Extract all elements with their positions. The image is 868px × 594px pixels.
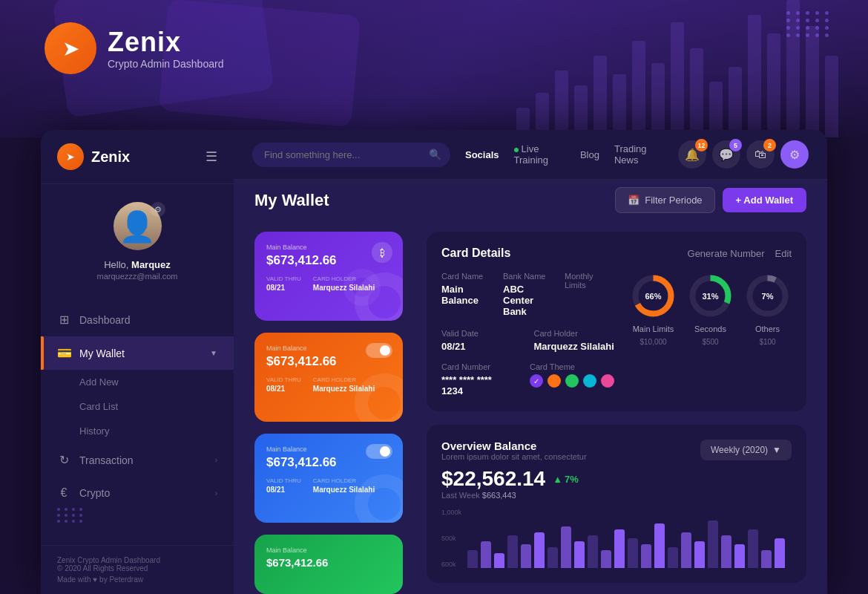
wallet-card-4[interactable]: Main Balance $673,412.66 [254, 535, 403, 594]
nav-link-socials[interactable]: Socials [465, 149, 499, 160]
swatch-cyan[interactable] [583, 374, 596, 388]
chevron-down-icon: ▼ [772, 445, 781, 455]
nav-link-live-training[interactable]: Live Training [514, 143, 565, 166]
nav-link-trading-news[interactable]: Trading News [614, 143, 663, 166]
avatar-wrap: ⚙ [114, 202, 162, 250]
cart-button[interactable]: 🛍 2 [746, 140, 775, 169]
sidebar-item-crypto[interactable]: € Crypto › [41, 477, 234, 508]
card-toggle[interactable] [366, 343, 392, 358]
wallet-card-3[interactable]: Main Balance $673,412.66 VALID THRU 08/2… [254, 434, 403, 523]
swatch-check[interactable]: ✓ [530, 374, 543, 388]
card-toggle[interactable] [366, 444, 392, 459]
bar-2 [494, 553, 504, 568]
hamburger-icon[interactable]: ☰ [206, 148, 217, 165]
calendar-icon: 📅 [628, 195, 640, 206]
right-panel: Card Details Generate Number Edit Card N… [427, 232, 806, 594]
crypto-icon: € [57, 486, 70, 500]
card-number-label: Card Number [441, 362, 515, 371]
donut-main-limits-sublabel: $10,000 [640, 338, 666, 346]
sidebar-sub-card-list[interactable]: Card List [41, 394, 234, 419]
sidebar-dots [57, 508, 84, 523]
settings-icon[interactable]: ⚙ [151, 202, 165, 217]
add-wallet-button[interactable]: + Add Wallet [723, 188, 806, 212]
card-holder-label: Card Holder [534, 329, 615, 338]
notification-badge: 12 [695, 139, 708, 151]
wallet-card-2[interactable]: Main Balance $673,412.66 VALID THRU 08/2… [254, 333, 403, 422]
svg-text:7%: 7% [762, 292, 774, 301]
sidebar-item-transaction[interactable]: ↻ Transaction › [41, 443, 234, 477]
dots-decoration [786, 11, 831, 37]
overview-header: Overview Balance Lorem ipsum dolor sit a… [441, 440, 792, 461]
settings-button[interactable]: ⚙ [780, 140, 809, 169]
chevron-down-icon: ▼ [210, 349, 217, 357]
bar-14 [654, 523, 665, 568]
generate-number-link[interactable]: Generate Number [688, 248, 765, 259]
nav-links: Socials Live Training Blog Trading News [465, 143, 663, 166]
svg-text:66%: 66% [645, 292, 661, 301]
edit-link[interactable]: Edit [775, 248, 792, 259]
valid-thru-value: 08/21 [266, 486, 301, 494]
cart-badge: 2 [763, 139, 776, 151]
bar-0 [467, 550, 478, 568]
bar-7 [561, 526, 571, 568]
section-header: Card Details Generate Number Edit [441, 247, 792, 260]
overview-balance-section: Overview Balance Lorem ipsum dolor sit a… [427, 425, 806, 583]
valid-thru-label: VALID THRU [266, 376, 301, 383]
overview-last-week: Last Week $663,443 [441, 491, 792, 500]
page-title: My Wallet [254, 191, 329, 210]
bank-name-label: Bank Name [503, 272, 553, 281]
swatch-pink[interactable] [601, 374, 614, 388]
weekly-dropdown[interactable]: Weekly (2020) ▼ [700, 440, 792, 460]
top-nav: 🔍 Socials Live Training Blog Trading New… [234, 130, 827, 180]
swatch-green[interactable] [565, 374, 579, 388]
sidebar-sub-history[interactable]: History [41, 419, 234, 443]
wallet-card-1[interactable]: Main Balance $673,412.66 ₿ VALID THRU 08… [254, 232, 403, 321]
chart-y-labels: 1,000k 500k 600k [441, 509, 461, 568]
nav-icons: 🔔 12 💬 5 🛍 2 ⚙ [678, 140, 809, 169]
card-theme-label: Card Theme [530, 362, 614, 371]
filter-button[interactable]: 📅 Filter Periode [615, 187, 714, 213]
live-indicator [514, 148, 519, 152]
notification-button[interactable]: 🔔 12 [678, 140, 706, 169]
bar-5 [534, 532, 545, 568]
valid-date-label: Valid Date [441, 329, 522, 338]
svg-text:31%: 31% [702, 292, 718, 301]
field-card-number: Card Number **** **** **** 1234 [441, 362, 515, 396]
donut-chart-svg: 66% [629, 272, 677, 320]
bar-8 [574, 541, 585, 568]
main-content: 🔍 Socials Live Training Blog Trading New… [234, 130, 827, 594]
card-amount: $673,412.66 [266, 556, 391, 569]
user-email: marquezzz@mail.com [97, 272, 178, 281]
field-card-theme: Card Theme ✓ [530, 362, 614, 396]
sidebar-logo: ➤ [57, 143, 84, 170]
bar-10 [601, 550, 611, 568]
nav-link-blog[interactable]: Blog [580, 149, 599, 160]
sidebar-sub-add-new[interactable]: Add New [41, 370, 234, 394]
swatch-orange[interactable] [548, 374, 561, 388]
bar-12 [628, 538, 638, 568]
sidebar-item-my-wallet[interactable]: 💳 My Wallet ▼ [41, 336, 234, 370]
messages-badge: 5 [729, 139, 742, 151]
footer-copyright: Zenix Crypto Admin Dashboard [57, 556, 217, 564]
brand-logo: ➤ [45, 22, 96, 74]
donut-seconds: 31% Seconds $500 [686, 272, 734, 346]
bar-4 [521, 544, 531, 568]
search-input[interactable] [252, 143, 450, 167]
messages-button[interactable]: 💬 5 [712, 140, 740, 169]
bar-17 [694, 541, 705, 568]
footer-year: © 2020 All Rights Reserved [57, 564, 217, 572]
valid-thru-label: VALID THRU [266, 275, 301, 282]
user-profile: ⚙ Hello, Marquez marquezzz@mail.com [41, 184, 234, 296]
btc-icon: ₿ [372, 242, 392, 263]
filter-label: Filter Periode [645, 195, 702, 206]
donut-others-svg: 7% [743, 272, 792, 320]
bar-15 [668, 547, 678, 568]
donut-main-limits-label: Main Limits [633, 324, 674, 333]
sidebar-brand: ➤ Zenix ☰ [41, 130, 234, 184]
field-monthly-limits: Monthly Limits [565, 272, 614, 317]
donut-seconds-svg: 31% [686, 272, 734, 320]
sidebar-item-dashboard[interactable]: ⊞ Dashboard [41, 303, 234, 336]
chevron-right-icon: › [215, 456, 217, 464]
page-header: My Wallet 📅 Filter Periode + Add Wallet [234, 180, 827, 213]
wallet-icon: 💳 [57, 346, 70, 360]
